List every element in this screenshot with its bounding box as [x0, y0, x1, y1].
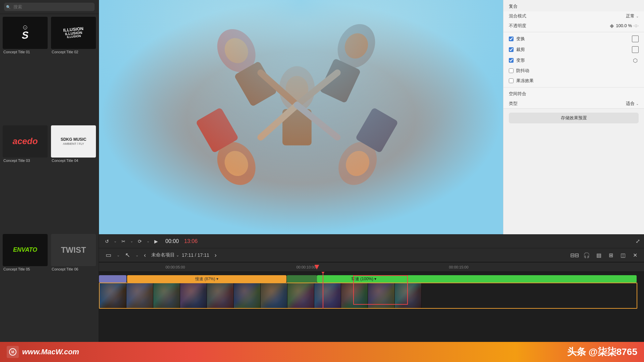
- center-area: 复合 混合模式 正常 ⌄ 不透明度 ◆ 100.0 % ◁▷: [99, 0, 644, 342]
- svg-point-16: [286, 76, 308, 102]
- watermark-credit: 头条 @柒柒8765: [567, 346, 637, 358]
- chevron-down-icon: ⌄: [176, 253, 179, 257]
- square-icon: [632, 36, 639, 42]
- trim-button[interactable]: ✂: [119, 237, 127, 245]
- svg-rect-0: [99, 0, 503, 234]
- media-thumbnail: ILLUSION ILLUSION ILLUSION: [51, 17, 96, 49]
- svg-point-14: [279, 66, 315, 112]
- svg-rect-1: [99, 0, 503, 234]
- timeline-ruler: 00:00:05:00 00:00:10:00 00:00:15:00: [99, 262, 644, 272]
- speed-bar-normal[interactable]: 常速 (100%) ▾: [317, 275, 637, 283]
- compare-tool[interactable]: ◫: [618, 250, 628, 260]
- grid-view-tool[interactable]: ⊞: [606, 250, 616, 260]
- list-item[interactable]: SDKG MUSIC AMBIENT / FLY Concept Title 0…: [50, 124, 97, 232]
- media-thumbnail: • S: [3, 17, 48, 49]
- search-bar: [0, 0, 99, 14]
- svg-rect-9: [196, 107, 239, 153]
- crop-checkbox[interactable]: [509, 47, 514, 52]
- svg-rect-15: [282, 109, 312, 145]
- project-name[interactable]: 未命名项目 ⌄: [151, 252, 179, 258]
- list-item[interactable]: ILLUSION ILLUSION ILLUSION Concept Title…: [50, 15, 97, 123]
- diamond-shape-icon: ⬡: [632, 57, 639, 64]
- audio-tool[interactable]: 🎧: [582, 250, 592, 260]
- media-label: Concept Title 01: [3, 50, 48, 54]
- ruler-mark: 00:00:05:00: [165, 265, 185, 269]
- video-scene-svg: [99, 0, 503, 234]
- svg-line-18: [297, 73, 337, 105]
- distort-label: 变形: [516, 57, 629, 63]
- transform-checkbox[interactable]: [509, 37, 514, 41]
- search-input[interactable]: [4, 3, 95, 11]
- type-row: 类型 适合 ⌄: [503, 99, 644, 108]
- list-item[interactable]: • S Concept Title 01: [1, 15, 49, 123]
- tool-select-button[interactable]: ▭: [103, 250, 114, 260]
- timeline-area: 00:00:05:00 00:00:10:00 00:00:15:00 慢速 (…: [99, 262, 644, 342]
- freeze-checkbox[interactable]: [509, 78, 514, 83]
- svg-point-11: [331, 135, 384, 192]
- opacity-adjust-icon[interactable]: ◁▷: [633, 23, 639, 28]
- opacity-value: ◆ 100.0 % ◁▷: [610, 22, 639, 29]
- media-thumbnail: TWIST: [51, 234, 96, 266]
- svg-point-5: [331, 18, 382, 74]
- transform-label: 变换: [516, 36, 629, 42]
- stabilize-label: 防抖动: [516, 68, 639, 74]
- speed-bar-slow[interactable]: 慢速 (87%) ▾: [127, 275, 286, 283]
- svg-rect-6: [319, 58, 361, 103]
- type-label: 类型: [509, 101, 626, 107]
- list-item[interactable]: ENVATO Concept Title 05: [1, 233, 49, 341]
- blend-mode-label: 混合模式: [509, 13, 626, 19]
- nav-timecode: 17:11 / 17:11: [182, 252, 209, 258]
- media-thumbnail: SDKG MUSIC AMBIENT / FLY: [51, 125, 96, 158]
- crop-row: 裁剪: [503, 44, 644, 55]
- svg-rect-12: [355, 107, 398, 153]
- chevron-down-icon: ⌄: [117, 253, 120, 257]
- chevron-down-icon: ⌄: [136, 253, 139, 257]
- loop-button[interactable]: ↺: [103, 237, 111, 245]
- svg-point-8: [210, 135, 263, 192]
- filmstrip-frame: [180, 283, 207, 308]
- media-label: Concept Title 05: [3, 267, 48, 271]
- freeze-label: 果冻效果: [516, 78, 639, 84]
- cursor-button[interactable]: ↖: [122, 250, 133, 260]
- svg-point-10: [220, 146, 253, 180]
- freeze-row: 果冻效果: [503, 76, 644, 86]
- stabilize-checkbox[interactable]: [509, 68, 514, 73]
- playhead-ruler-marker: [315, 262, 319, 272]
- ruler-mark: 00:00:15:00: [449, 265, 468, 269]
- speed-button[interactable]: ⟳: [136, 237, 144, 245]
- type-value[interactable]: 适合 ⌄: [626, 101, 639, 107]
- svg-line-17: [261, 73, 297, 105]
- media-thumbnail: acedo: [3, 125, 48, 158]
- filmstrip-frame: [368, 283, 395, 308]
- media-grid: • S Concept Title 01 ILLUSION ILLUSION I…: [0, 14, 99, 342]
- media-thumbnail: ENVATO: [3, 234, 48, 266]
- next-button[interactable]: ›: [212, 250, 219, 260]
- chevron-down-icon: ⌄: [130, 239, 133, 243]
- list-item[interactable]: TWIST Concept Title 06: [50, 233, 97, 341]
- distort-checkbox[interactable]: [509, 58, 514, 63]
- opacity-label: 不透明度: [509, 23, 610, 29]
- clip-view-tool[interactable]: ▤: [594, 250, 604, 260]
- filmstrip-frame: [207, 283, 234, 308]
- playhead-line[interactable]: [323, 272, 323, 309]
- magnet-tool[interactable]: ⊟⊟: [570, 250, 580, 260]
- video-preview: [99, 0, 503, 234]
- filmstrip-frame: [126, 283, 153, 308]
- close-tool[interactable]: ✕: [630, 250, 640, 260]
- chevron-down-icon: ⌄: [636, 102, 639, 106]
- filmstrip-frame: [287, 283, 314, 308]
- watermark-logo: M: [7, 346, 19, 358]
- svg-line-20: [297, 105, 337, 137]
- prev-button[interactable]: ‹: [141, 250, 149, 260]
- playback-controls: ↺ ⌄ ✂ ⌄ ⟳ ⌄ ▶ 00:00 13:06 ⤢: [99, 234, 644, 248]
- blend-mode-value[interactable]: 正常 ⌄: [626, 13, 639, 19]
- list-item[interactable]: acedo Concept Title 03: [1, 124, 49, 232]
- watermark-url: www.MacW.com: [22, 348, 79, 356]
- play-button[interactable]: ▶: [152, 237, 160, 245]
- ruler-mark: 00:00:10:00: [296, 265, 316, 269]
- preview-inspector: 复合 混合模式 正常 ⌄ 不透明度 ◆ 100.0 % ◁▷: [99, 0, 644, 234]
- fullscreen-button[interactable]: ⤢: [636, 238, 640, 244]
- save-preset-button[interactable]: 存储效果预置: [509, 113, 639, 123]
- playhead-marker: [321, 272, 325, 274]
- nav-tools: ⊟⊟ 🎧 ▤ ⊞ ◫ ✕: [570, 250, 640, 260]
